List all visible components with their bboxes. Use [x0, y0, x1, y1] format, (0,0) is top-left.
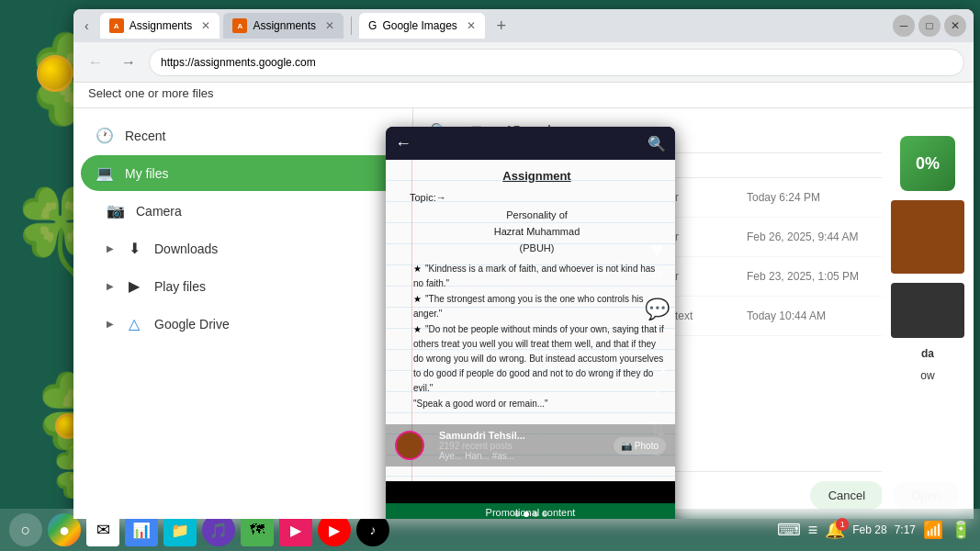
- play-files-icon: ▶: [125, 277, 143, 295]
- sidebar-item-label-google-drive: Google Drive: [154, 317, 390, 332]
- tab-assignments-2[interactable]: A Assignments ✕: [223, 13, 344, 39]
- sidebar-item-my-files[interactable]: 💻 My files: [81, 155, 405, 191]
- title-bar: ‹ A Assignments ✕ A Assignments ✕ G Goog…: [73, 9, 974, 42]
- taskbar-time: 7:17: [895, 523, 916, 536]
- phone-search-button[interactable]: 🔍: [648, 135, 666, 152]
- back-button[interactable]: ←: [83, 50, 108, 75]
- file-picker-panel: 🕐 Recent 💻 My files 📷 Camera ▶ ⬇ Dow: [73, 108, 413, 519]
- phone-back-button[interactable]: ←: [395, 134, 411, 153]
- minimize-button[interactable]: ─: [893, 15, 915, 37]
- google-drive-icon: △: [125, 315, 143, 332]
- tab-favicon-2: A: [232, 18, 247, 33]
- launcher-button[interactable]: ○: [9, 513, 42, 546]
- tab-close-3[interactable]: ✕: [467, 19, 476, 32]
- tab-favicon-1: A: [109, 18, 124, 33]
- docs-icon: 📊: [132, 522, 151, 539]
- subject-line1: Personality of Hazrat Muhammad (PBUH): [410, 208, 664, 256]
- tab-separator: [351, 17, 352, 35]
- right-side-panel: 0% da ow: [882, 118, 974, 519]
- tab-label-2: Assignments: [253, 19, 316, 32]
- dot-2: [524, 512, 529, 517]
- social-media-overlay: ← 🔍 Assignment Topic:→ Personality of Ha…: [386, 127, 675, 519]
- sidebar-item-label-downloads: Downloads: [154, 242, 390, 256]
- dot-4: [542, 512, 547, 517]
- quote-3: ★"Do not be people without minds of your…: [410, 322, 664, 396]
- play-icon: ▶: [290, 522, 301, 539]
- my-files-icon: 💻: [96, 164, 114, 182]
- drive-chevron: ▶: [107, 319, 114, 329]
- keyboard-icon[interactable]: ⌨: [777, 520, 801, 540]
- dot-1: [514, 512, 520, 517]
- gmail-icon: ✉: [96, 520, 110, 540]
- phone-top-bar: ← 🔍: [386, 127, 675, 160]
- new-tab-button[interactable]: +: [489, 13, 514, 39]
- notification-badge: 1: [836, 518, 849, 531]
- cancel-button[interactable]: Cancel: [810, 481, 884, 510]
- address-input[interactable]: [149, 49, 964, 76]
- tab-assignments-1[interactable]: A Assignments ✕: [100, 13, 220, 39]
- sidebar-item-camera[interactable]: 📷 Camera: [81, 193, 405, 229]
- launcher-icon: ○: [21, 521, 31, 540]
- sidebar-item-google-drive[interactable]: ▶ △ Google Drive: [81, 306, 405, 342]
- author-info: Samundri Tehsil... 2192 recent posts Aye…: [432, 430, 606, 461]
- files-icon: 📁: [171, 522, 189, 539]
- post-author-section: Samundri Tehsil... 2192 recent posts Aye…: [386, 424, 675, 467]
- youtube-icon: ▶: [329, 522, 340, 539]
- tab-close-2[interactable]: ✕: [325, 19, 334, 32]
- author-sub: 2192 recent posts: [439, 441, 606, 451]
- sidebar-item-label-my-files: My files: [125, 166, 390, 181]
- sidebar-item-label-recent: Recent: [125, 129, 390, 143]
- photo-button[interactable]: 📷 Photo: [614, 437, 666, 455]
- window-controls: ─ □ ✕: [893, 15, 966, 37]
- select-files-bar: Select one or more files: [73, 83, 974, 108]
- sidebar-item-recent[interactable]: 🕐 Recent: [81, 118, 405, 153]
- forward-button[interactable]: →: [116, 50, 141, 75]
- music-icon: 🎵: [209, 522, 228, 539]
- close-button[interactable]: ✕: [944, 15, 966, 37]
- taskbar-date: Feb 28: [852, 523, 886, 536]
- select-files-label: Select one or more files: [88, 86, 214, 100]
- tiktok-icon: ♪: [370, 523, 377, 537]
- browser-window: ‹ A Assignments ✕ A Assignments ✕ G Goog…: [73, 9, 974, 519]
- battery-icon: 🔋: [951, 520, 971, 540]
- recent-icon: 🕐: [96, 127, 114, 144]
- tab-close-1[interactable]: ✕: [201, 19, 210, 32]
- wifi-icon[interactable]: 📶: [923, 520, 943, 540]
- percentage-badge: 0%: [900, 136, 955, 191]
- sidebar-nav: 🕐 Recent 💻 My files 📷 Camera ▶ ⬇ Dow: [73, 108, 412, 519]
- quote-1: ★"Kindness is a mark of faith, and whoev…: [410, 262, 664, 291]
- camera-icon: 📷: [107, 202, 125, 219]
- tab-label-1: Assignments: [130, 19, 193, 32]
- quote-2: ★"The strongest among you is the one who…: [410, 292, 664, 321]
- browser-content: 🕐 Recent 💻 My files 📷 Camera ▶ ⬇ Dow: [73, 108, 974, 519]
- side-thumbnail-1: [891, 200, 964, 274]
- notification-area[interactable]: 🔔 1: [825, 520, 845, 540]
- author-name: Samundri Tehsil...: [439, 430, 606, 441]
- side-label-ow: ow: [920, 369, 934, 382]
- side-label-da: da: [921, 347, 934, 360]
- sidebar-item-label-camera: Camera: [136, 204, 390, 219]
- quote-4: "Speak a good word or remain...": [410, 397, 664, 411]
- taskbar-right: ⌨ ≡ 🔔 1 Feb 28 7:17 📶 🔋: [777, 520, 971, 540]
- chrome-icon: ●: [59, 520, 70, 541]
- maximize-button[interactable]: □: [918, 15, 941, 37]
- author-avatar: [395, 431, 424, 460]
- sidebar-item-label-play-files: Play files: [154, 279, 390, 294]
- tab-label-3: Google Images: [382, 19, 456, 32]
- tab-favicon-3: G: [368, 19, 377, 32]
- address-bar-row: ← →: [73, 42, 974, 83]
- maps-icon: 🗺: [250, 522, 265, 538]
- paper-text: Assignment Topic:→ Personality of Hazrat…: [397, 167, 664, 411]
- dot-3: [533, 512, 538, 517]
- sidebar-item-downloads[interactable]: ▶ ⬇ Downloads: [81, 231, 405, 266]
- tab-google-images[interactable]: G Google Images ✕: [359, 13, 485, 39]
- downloads-chevron: ▶: [107, 243, 114, 253]
- topic-label: Topic:→: [410, 190, 664, 207]
- settings-icon[interactable]: ≡: [808, 521, 818, 540]
- assignment-title: Assignment: [410, 167, 664, 186]
- tab-nav-left[interactable]: ‹: [81, 17, 93, 35]
- sidebar-item-play-files[interactable]: ▶ ▶ Play files: [81, 268, 405, 304]
- downloads-icon: ⬇: [125, 240, 143, 257]
- mention-names: Aye... Han... #as...: [439, 451, 606, 461]
- side-thumbnail-2: [891, 283, 964, 338]
